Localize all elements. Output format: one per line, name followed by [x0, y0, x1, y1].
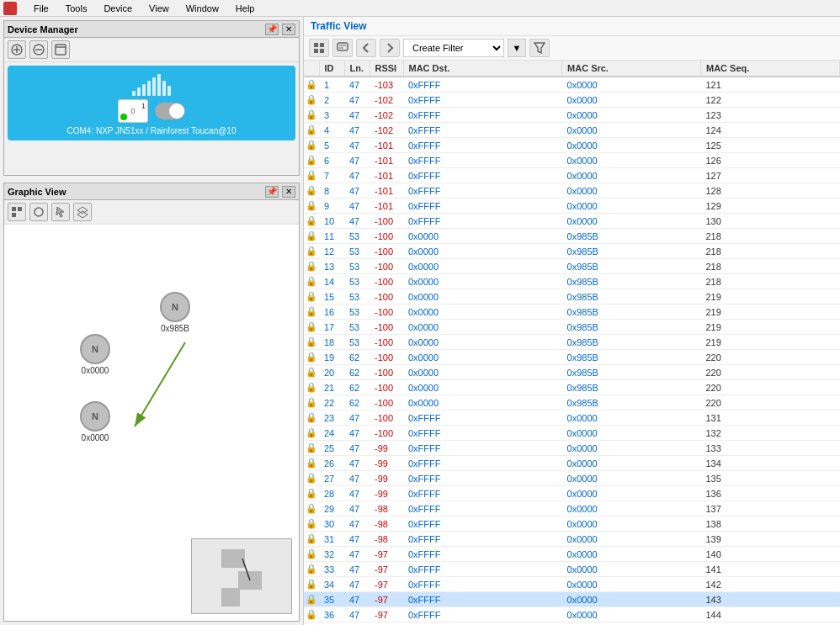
pin-button[interactable]: 📌	[265, 24, 279, 35]
table-row[interactable]: 🔒 18 53 -100 0x0000 0x985B 219	[304, 335, 840, 350]
table-row[interactable]: 🔒 3 47 -102 0xFFFF 0x0000 123	[304, 108, 840, 123]
macseq-cell: 219	[701, 335, 840, 350]
node-0x985B[interactable]: N 0x985B	[160, 292, 190, 333]
add-device-button[interactable]	[8, 40, 26, 59]
macsrc-cell: 0x985B	[562, 380, 701, 395]
svg-line-14	[135, 342, 185, 426]
table-row[interactable]: 🔒 23 47 -100 0xFFFF 0x0000 131	[304, 410, 840, 426]
macsrc-cell: 0x0000	[562, 532, 701, 547]
col-macsrc[interactable]: MAC Src.	[562, 61, 701, 77]
signal-bar-7	[162, 81, 166, 96]
col-ln[interactable]: Ln.	[344, 61, 369, 77]
table-row[interactable]: 🔒 6 47 -101 0xFFFF 0x0000 126	[304, 153, 840, 168]
graphic-node-button[interactable]	[29, 203, 48, 221]
table-row[interactable]: 🔒 20 62 -100 0x0000 0x985B 220	[304, 365, 840, 380]
traffic-back-button[interactable]	[356, 39, 376, 57]
menu-device[interactable]: Device	[100, 2, 136, 15]
table-row[interactable]: 🔒 35 47 -97 0xFFFF 0x0000 143	[304, 592, 840, 607]
id-cell: 26	[319, 456, 344, 471]
table-row[interactable]: 🔒 10 47 -100 0xFFFF 0x0000 130	[304, 214, 840, 229]
table-row[interactable]: 🔒 33 47 -97 0xFFFF 0x0000 141	[304, 562, 840, 577]
table-row[interactable]: 🔒 25 47 -99 0xFFFF 0x0000 133	[304, 441, 840, 456]
table-row[interactable]: 🔒 21 62 -100 0x0000 0x985B 220	[304, 380, 840, 395]
table-row[interactable]: 🔒 14 53 -100 0x0000 0x985B 218	[304, 274, 840, 289]
table-row[interactable]: 🔒 4 47 -102 0xFFFF 0x0000 124	[304, 123, 840, 138]
id-cell: 10	[319, 214, 344, 229]
table-row[interactable]: 🔒 8 47 -101 0xFFFF 0x0000 128	[304, 183, 840, 199]
ln-cell: 47	[344, 93, 369, 108]
menu-tools[interactable]: Tools	[62, 2, 91, 15]
lock-cell: 🔒	[304, 123, 319, 138]
table-row[interactable]: 🔒 29 47 -98 0xFFFF 0x0000 137	[304, 501, 840, 516]
col-macseq[interactable]: MAC Seq.	[701, 61, 840, 77]
close-button[interactable]: ✕	[282, 24, 295, 35]
svg-rect-18	[314, 49, 318, 53]
table-row[interactable]: 🔒 32 47 -97 0xFFFF 0x0000 140	[304, 547, 840, 562]
table-row[interactable]: 🔒 5 47 -101 0xFFFF 0x0000 125	[304, 138, 840, 153]
traffic-view-panel: Traffic View Create Filter ▼	[303, 17, 840, 625]
ln-cell: 47	[344, 77, 369, 93]
macseq-cell: 125	[701, 138, 840, 153]
filter-select[interactable]: Create Filter	[403, 39, 504, 57]
ln-cell: 47	[344, 607, 369, 622]
table-row[interactable]: 🔒 22 62 -100 0x0000 0x985B 220	[304, 395, 840, 410]
id-cell: 21	[319, 380, 344, 395]
col-id[interactable]: ID	[319, 61, 344, 77]
graphic-layout-button[interactable]	[8, 203, 26, 221]
rssi-cell: -100	[369, 426, 403, 441]
traffic-funnel-button[interactable]	[529, 39, 550, 57]
id-cell: 28	[319, 486, 344, 501]
menu-help[interactable]: Help	[232, 2, 258, 15]
graphic-select-button[interactable]	[51, 203, 70, 221]
traffic-table-wrap[interactable]: ID Ln. RSSI MAC Dst. MAC Src. MAC Seq. 🔒…	[304, 61, 840, 625]
table-row[interactable]: 🔒 16 53 -100 0x0000 0x985B 219	[304, 305, 840, 320]
node-0x0000-top[interactable]: N 0x0000	[80, 334, 110, 375]
table-row[interactable]: 🔒 2 47 -102 0xFFFF 0x0000 122	[304, 93, 840, 108]
node-0x0000-bottom[interactable]: N 0x0000	[80, 401, 110, 442]
table-row[interactable]: 🔒 24 47 -100 0xFFFF 0x0000 132	[304, 426, 840, 441]
table-row[interactable]: 🔒 12 53 -100 0x0000 0x985B 218	[304, 244, 840, 259]
menu-bar: File Tools Device View Window Help	[0, 0, 840, 17]
menu-view[interactable]: View	[146, 2, 173, 15]
table-row[interactable]: 🔒 7 47 -101 0xFFFF 0x0000 127	[304, 168, 840, 183]
graphic-pin-button[interactable]: 📌	[265, 186, 279, 198]
table-row[interactable]: 🔒 28 47 -99 0xFFFF 0x0000 136	[304, 486, 840, 501]
graphic-close-button[interactable]: ✕	[282, 186, 295, 198]
table-row[interactable]: 🔒 1 47 -103 0xFFFF 0x0000 121	[304, 77, 840, 93]
rssi-cell: -103	[369, 77, 403, 93]
ln-cell: 53	[344, 305, 369, 320]
menu-window[interactable]: Window	[183, 2, 222, 15]
ln-cell: 47	[344, 501, 369, 516]
col-macdst[interactable]: MAC Dst.	[403, 61, 562, 77]
device-toggle[interactable]	[155, 103, 185, 119]
table-row[interactable]: 🔒 31 47 -98 0xFFFF 0x0000 139	[304, 532, 840, 547]
table-row[interactable]: 🔒 9 47 -101 0xFFFF 0x0000 129	[304, 199, 840, 214]
table-row[interactable]: 🔒 30 47 -98 0xFFFF 0x0000 138	[304, 516, 840, 532]
table-row[interactable]: 🔒 19 62 -100 0x0000 0x985B 220	[304, 350, 840, 365]
table-row[interactable]: 🔒 26 47 -99 0xFFFF 0x0000 134	[304, 456, 840, 471]
filter-arrow-button[interactable]: ▼	[508, 39, 526, 57]
table-row[interactable]: 🔒 15 53 -100 0x0000 0x985B 219	[304, 289, 840, 305]
remove-device-button[interactable]	[29, 40, 48, 59]
macsrc-cell: 0x0000	[562, 168, 701, 183]
macdst-cell: 0xFFFF	[403, 214, 562, 229]
table-row[interactable]: 🔒 11 53 -100 0x0000 0x985B 218	[304, 229, 840, 244]
traffic-forward-button[interactable]	[380, 39, 400, 57]
settings-device-button[interactable]	[51, 40, 70, 59]
table-row[interactable]: 🔒 13 53 -100 0x0000 0x985B 218	[304, 259, 840, 274]
rssi-cell: -98	[369, 501, 403, 516]
menu-file[interactable]: File	[30, 2, 52, 15]
ln-cell: 47	[344, 486, 369, 501]
macsrc-cell: 0x0000	[562, 577, 701, 592]
svg-rect-8	[18, 207, 22, 211]
table-row[interactable]: 🔒 27 47 -99 0xFFFF 0x0000 135	[304, 471, 840, 486]
table-row[interactable]: 🔒 17 53 -100 0x0000 0x985B 219	[304, 320, 840, 335]
traffic-comment-button[interactable]	[332, 39, 353, 57]
graphic-view-header: Graphic View 📌 ✕	[4, 183, 299, 200]
graphic-layers-button[interactable]	[73, 203, 92, 221]
col-rssi[interactable]: RSSI	[369, 61, 403, 77]
table-row[interactable]: 🔒 36 47 -97 0xFFFF 0x0000 144	[304, 607, 840, 622]
traffic-grid-button[interactable]	[309, 39, 329, 57]
table-row[interactable]: 🔒 34 47 -97 0xFFFF 0x0000 142	[304, 577, 840, 592]
device-icon-row: 1 0	[118, 99, 185, 123]
